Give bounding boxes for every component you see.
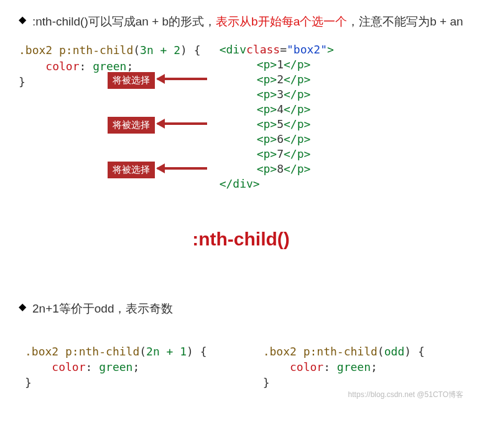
section1-body: .box2 p:nth-child(3n + 2) { color: green… (19, 42, 463, 191)
arrow-icon (157, 78, 207, 80)
bullet-1-red: 表示从b开始每a个选一个 (216, 15, 347, 28)
diamond-icon: ◆ (19, 14, 26, 25)
bullet-2-text: 2n+1等价于odd，表示奇数 (32, 299, 174, 318)
css-code-2: .box2 p:nth-child(2n + 1) { color: green… (25, 344, 207, 391)
bullet-1-pre: :nth-child()可以写成an + b的形式， (32, 15, 216, 28)
selected-badge: 将被选择 (108, 117, 155, 133)
bullet-1-post: ，注意不能写为b + an (347, 15, 463, 28)
html-p-row: <p>3</p> (220, 87, 334, 102)
watermark: https://blog.csdn.net @51CTO博客 (348, 390, 463, 400)
heading-nth-child: :nth-child() (19, 229, 463, 250)
bullet-1-text: :nth-child()可以写成an + b的形式，表示从b开始每a个选一个，注… (32, 12, 463, 31)
section3-body: .box2 p:nth-child(2n + 1) { color: green… (25, 344, 463, 391)
html-p-row: <p>8</p>将被选择 (220, 162, 334, 176)
html-p-row: <p>4</p> (220, 102, 334, 117)
html-p-row: <p>6</p> (220, 132, 334, 147)
html-p-row: <p>1</p> (220, 57, 334, 72)
selected-badge: 将被选择 (108, 162, 155, 178)
html-p-row: <p>2</p>将被选择 (220, 72, 334, 87)
bullet-2: ◆ 2n+1等价于odd，表示奇数 (19, 299, 463, 318)
diamond-icon: ◆ (19, 301, 26, 313)
html-open-row: <div class="box2"> (220, 42, 334, 57)
html-close-row: </div> (220, 176, 334, 191)
bullet-1: ◆ :nth-child()可以写成an + b的形式，表示从b开始每a个选一个… (19, 12, 463, 31)
arrow-icon (157, 122, 207, 125)
html-p-row: <p>7</p> (220, 147, 334, 162)
css-code-3: .box2 p:nth-child(odd) { color: green; } (263, 344, 425, 391)
html-p-row: <p>5</p>将被选择 (220, 117, 334, 132)
selected-badge: 将被选择 (108, 72, 155, 88)
arrow-icon (157, 167, 207, 170)
html-sample: <div class="box2"><p>1</p><p>2</p>将被选择<p… (220, 42, 334, 191)
